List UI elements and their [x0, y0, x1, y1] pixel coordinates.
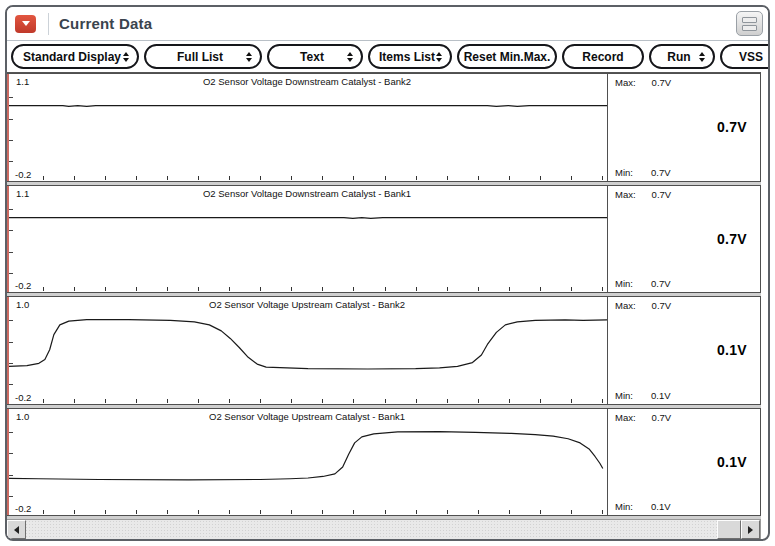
plot-area: 1.1O2 Sensor Voltage Downstream Catalyst…	[7, 74, 607, 181]
titlebar-divider	[48, 13, 49, 35]
x-axis-ticks	[43, 175, 603, 180]
x-axis-tick	[136, 510, 137, 514]
page-title: Current Data	[59, 15, 152, 32]
x-axis-tick	[602, 510, 603, 514]
x-axis-tick	[105, 176, 106, 180]
x-axis-tick	[540, 399, 541, 403]
x-axis-tick	[136, 176, 137, 180]
min-readout-value: 0.1V	[651, 390, 671, 401]
min-readout-label: Min:	[615, 167, 633, 178]
x-axis-tick	[167, 287, 168, 291]
x-axis-tick	[447, 399, 448, 403]
max-readout-value: 0.7V	[652, 189, 672, 200]
toolbar-button-label: Full List	[177, 50, 229, 64]
x-axis-tick	[43, 176, 44, 180]
toolbar-button-items-list[interactable]: Items List	[368, 44, 452, 69]
x-axis-tick	[447, 510, 448, 514]
toolbar-button-label: Standard Display	[23, 50, 127, 64]
min-readout-label: Min:	[615, 278, 633, 289]
x-axis-tick	[416, 399, 417, 403]
chart-row-3: 1.0O2 Sensor Voltage Upstream Catalyst -…	[7, 296, 761, 405]
x-axis-tick	[602, 399, 603, 403]
signal-trace	[9, 186, 607, 293]
value-panel: Max:0.7V0.7VMin:0.7V	[607, 74, 760, 181]
x-axis-tick	[385, 287, 386, 291]
value-panel: Max:0.7V0.1VMin:0.1V	[607, 409, 760, 516]
x-axis-tick	[509, 176, 510, 180]
scroll-right-button[interactable]	[741, 520, 760, 539]
min-readout-value: 0.7V	[651, 167, 671, 178]
signal-trace	[9, 409, 607, 516]
x-axis-tick	[105, 287, 106, 291]
x-axis-tick	[447, 176, 448, 180]
x-axis-tick	[416, 287, 417, 291]
signal-trace	[9, 74, 607, 181]
chart-row-1: 1.1O2 Sensor Voltage Downstream Catalyst…	[7, 73, 761, 182]
x-axis-tick	[571, 287, 572, 291]
x-axis-tick	[74, 176, 75, 180]
x-axis-tick	[198, 176, 199, 180]
max-readout-label: Max:	[615, 300, 636, 311]
min-readout: Min:0.1V	[615, 390, 671, 401]
x-axis-tick	[478, 510, 479, 514]
x-axis-tick	[136, 287, 137, 291]
x-axis-tick	[229, 176, 230, 180]
scrollbar-track[interactable]	[26, 520, 717, 539]
x-axis-ticks	[43, 509, 603, 514]
x-axis-tick	[322, 399, 323, 403]
max-readout-label: Max:	[615, 412, 636, 423]
x-axis-tick	[291, 399, 292, 403]
menu-button[interactable]	[15, 15, 36, 33]
x-axis-tick	[353, 510, 354, 514]
toolbar-button-text[interactable]: Text	[267, 44, 363, 69]
current-value: 0.1V	[717, 342, 747, 358]
x-axis-tick	[478, 399, 479, 403]
max-readout-value: 0.7V	[652, 77, 672, 88]
toolbar-button-standard-display[interactable]: Standard Display	[11, 44, 139, 69]
up-down-arrows-icon	[347, 52, 353, 62]
toolbar-button-label: Run	[667, 50, 696, 64]
x-axis-tick	[322, 176, 323, 180]
y-axis-tick	[9, 140, 13, 141]
max-readout-value: 0.7V	[652, 412, 672, 423]
x-axis-ticks	[43, 398, 603, 403]
y-axis-tick	[9, 475, 13, 476]
chart-area: 1.1O2 Sensor Voltage Downstream Catalyst…	[7, 72, 761, 539]
signal-trace	[9, 297, 607, 404]
x-axis-tick	[540, 176, 541, 180]
y-axis-min-label: -0.2	[15, 280, 31, 291]
y-axis-tick	[9, 161, 13, 162]
x-axis-tick	[260, 399, 261, 403]
toolbar-button-full-list[interactable]: Full List	[144, 44, 262, 69]
y-axis-min-label: -0.2	[15, 169, 31, 180]
toolbar-button-label: Items List	[379, 50, 441, 64]
current-value: 0.7V	[717, 231, 747, 247]
x-axis-tick	[478, 287, 479, 291]
max-readout: Max:0.7V	[615, 189, 671, 200]
view-toggle-button[interactable]	[736, 11, 763, 36]
toolbar-button-record[interactable]: Record	[562, 44, 644, 69]
toolbar-button-vss[interactable]: VSS	[720, 44, 770, 69]
toolbar-button-label: Reset Min.Max.	[464, 50, 551, 64]
x-axis-tick	[385, 399, 386, 403]
y-axis-tick	[9, 342, 13, 343]
x-axis-tick	[509, 510, 510, 514]
title-bar: Current Data	[7, 7, 768, 41]
x-axis-tick	[105, 510, 106, 514]
plot-area: 1.1O2 Sensor Voltage Downstream Catalyst…	[7, 186, 607, 293]
horizontal-scrollbar[interactable]	[7, 519, 761, 539]
x-axis-tick	[198, 510, 199, 514]
scrollbar-thumb[interactable]	[717, 520, 741, 539]
scroll-left-button[interactable]	[7, 520, 26, 539]
y-axis-tick	[9, 363, 13, 364]
min-readout-value: 0.1V	[651, 501, 671, 512]
down-triangle-icon	[22, 21, 30, 26]
x-axis-tick	[602, 287, 603, 291]
chart-row-4: 1.0O2 Sensor Voltage Upstream Catalyst -…	[7, 408, 761, 517]
x-axis-tick	[322, 287, 323, 291]
x-axis-tick	[260, 176, 261, 180]
toolbar-button-reset-min-max[interactable]: Reset Min.Max.	[457, 44, 557, 69]
x-axis-tick	[260, 510, 261, 514]
toolbar-button-run[interactable]: Run	[649, 44, 715, 69]
y-axis-tick	[9, 97, 13, 98]
